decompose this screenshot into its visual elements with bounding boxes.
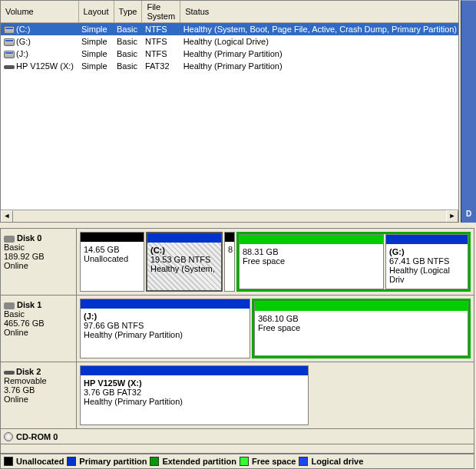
- cdrom-title: CD-ROM 0: [16, 432, 58, 441]
- volume-layout: Simple: [78, 35, 114, 48]
- partition-cap: [240, 235, 383, 244]
- partition-c[interactable]: (C:) 19.53 GB NTFS Healthy (System,: [146, 232, 223, 292]
- volume-fs: FAT32: [142, 60, 180, 72]
- disk-2-label: Disk 2 Removable 3.76 GB Online: [1, 362, 77, 428]
- disk-0-row[interactable]: Disk 0 Basic 189.92 GB Online 14.65 GB U…: [1, 229, 474, 296]
- volume-status: Healthy (Logical Drive): [180, 35, 459, 48]
- disk-type: Basic: [4, 309, 71, 319]
- disk-0-label: Disk 0 Basic 189.92 GB Online: [1, 229, 77, 295]
- partition-unallocated[interactable]: 14.65 GB Unallocated: [80, 232, 144, 292]
- drive-icon: [4, 38, 15, 46]
- volume-type: Basic: [114, 23, 142, 36]
- disk-2-row[interactable]: Disk 2 Removable 3.76 GB Online HP V125W…: [1, 362, 474, 429]
- partition-name: (C:): [150, 246, 218, 255]
- partition-name: HP V125W (X:): [84, 378, 305, 388]
- disk-type: Basic: [4, 243, 71, 252]
- partition-tiny[interactable]: 8: [224, 232, 235, 292]
- volume-type: Basic: [114, 48, 142, 60]
- partition-status: Healthy (Logical Driv: [389, 266, 450, 284]
- disk-0-partitions: 14.65 GB Unallocated (C:) 19.53 GB NTFS …: [77, 229, 474, 295]
- volume-table: Volume Layout Type File System Status (C…: [1, 1, 459, 72]
- partition-x[interactable]: HP V125W (X:) 3.76 GB FAT32 Healthy (Pri…: [80, 365, 309, 425]
- legend-swatch-free: [240, 457, 249, 466]
- legend-unallocated: Unallocated: [16, 457, 64, 466]
- disk-1-partitions: (J:) 97.66 GB NTFS Healthy (Primary Part…: [77, 296, 474, 362]
- disk-status: Online: [4, 328, 71, 337]
- cdrom-icon: [4, 432, 13, 441]
- cdrom-row[interactable]: CD-ROM 0: [1, 429, 474, 444]
- partition-status: Healthy (System,: [150, 264, 215, 273]
- legend-swatch-primary: [67, 457, 76, 466]
- disk-2-partitions: HP V125W (X:) 3.76 GB FAT32 Healthy (Pri…: [77, 362, 474, 428]
- partition-status: Healthy (Primary Partition): [84, 397, 183, 406]
- disk-map-pane: Disk 0 Basic 189.92 GB Online 14.65 GB U…: [0, 228, 474, 454]
- disk-type: Removable: [4, 376, 71, 385]
- col-type[interactable]: Type: [114, 1, 142, 23]
- partition-free[interactable]: 88.31 GB Free space: [239, 234, 384, 289]
- disk-1-row[interactable]: Disk 1 Basic 465.76 GB Online (J:) 97.66…: [1, 296, 474, 362]
- volume-fs: NTFS: [142, 23, 180, 36]
- partition-cap: [255, 302, 468, 311]
- volume-name: (G:): [16, 37, 31, 46]
- partition-status: Healthy (Primary Partition): [84, 330, 183, 339]
- col-status[interactable]: Status: [180, 1, 459, 23]
- partition-size: 14.65 GB: [84, 245, 119, 254]
- partition-status: Unallocated: [84, 254, 128, 263]
- disk-size: 465.76 GB: [4, 319, 71, 328]
- volume-row-g[interactable]: (G:) Simple Basic NTFS Healthy (Logical …: [1, 35, 459, 48]
- partition-size: 8: [228, 245, 233, 254]
- legend-swatch-unallocated: [4, 457, 13, 466]
- col-layout[interactable]: Layout: [78, 1, 114, 23]
- legend-extended: Extended partition: [162, 457, 236, 466]
- col-filesystem[interactable]: File System: [142, 1, 180, 23]
- partition-name: (G:): [389, 247, 464, 256]
- volume-row-c[interactable]: (C:) Simple Basic NTFS Healthy (System, …: [1, 23, 459, 36]
- volume-status: Healthy (System, Boot, Page File, Active…: [180, 23, 459, 36]
- volume-fs: NTFS: [142, 35, 180, 48]
- volume-fs: NTFS: [142, 48, 180, 60]
- scroll-left-button[interactable]: ◄: [1, 210, 13, 223]
- disk-status: Online: [4, 395, 71, 404]
- disk-icon: [4, 302, 15, 309]
- right-side-tab[interactable]: D: [461, 0, 476, 223]
- partition-cap: [81, 233, 144, 242]
- extended-partition-wrap: 88.31 GB Free space (G:) 67.41 GB NTFS H…: [236, 232, 471, 292]
- disk-status: Online: [4, 261, 71, 270]
- legend-free: Free space: [252, 457, 296, 466]
- usb-drive-icon: [4, 65, 15, 69]
- drive-icon: [4, 26, 15, 34]
- volume-layout: Simple: [78, 23, 114, 36]
- partition-free[interactable]: 368.10 GB Free space: [254, 301, 468, 356]
- legend-swatch-logical: [299, 457, 308, 466]
- volume-list-pane: Volume Layout Type File System Status (C…: [0, 0, 459, 223]
- partition-size: 3.76 GB FAT32: [84, 388, 141, 397]
- volume-name: HP V125W (X:): [16, 61, 74, 71]
- partition-cap: [147, 233, 221, 243]
- partition-size: 368.10 GB: [258, 314, 299, 323]
- volume-row-j[interactable]: (J:) Simple Basic NTFS Healthy (Primary …: [1, 48, 459, 60]
- partition-name: (J:): [84, 312, 246, 321]
- partition-size: 67.41 GB NTFS: [389, 256, 449, 266]
- disk-1-label: Disk 1 Basic 465.76 GB Online: [1, 296, 77, 362]
- volume-type: Basic: [114, 60, 142, 72]
- horizontal-scrollbar[interactable]: ◄ ►: [1, 210, 458, 222]
- legend-logical: Logical drive: [311, 457, 363, 466]
- col-volume[interactable]: Volume: [1, 1, 78, 23]
- drive-icon: [4, 51, 15, 58]
- usb-drive-icon: [4, 371, 15, 375]
- partition-status: Free space: [258, 323, 300, 332]
- scroll-right-button[interactable]: ►: [446, 210, 458, 223]
- partition-g[interactable]: (G:) 67.41 GB NTFS Healthy (Logical Driv: [385, 234, 468, 289]
- disk-title: Disk 1: [17, 300, 41, 309]
- partition-cap: [225, 233, 234, 242]
- volume-status: Healthy (Primary Partition): [180, 60, 459, 72]
- partition-size: 19.53 GB NTFS: [150, 255, 210, 264]
- partition-size: 88.31 GB: [243, 247, 278, 256]
- partition-status: Free space: [243, 256, 285, 266]
- disk-size: 189.92 GB: [4, 252, 71, 261]
- disk-size: 3.76 GB: [4, 385, 71, 395]
- partition-j[interactable]: (J:) 97.66 GB NTFS Healthy (Primary Part…: [80, 299, 250, 358]
- partition-cap: [386, 235, 468, 244]
- volume-row-x[interactable]: HP V125W (X:) Simple Basic FAT32 Healthy…: [1, 60, 459, 72]
- volume-layout: Simple: [78, 48, 114, 60]
